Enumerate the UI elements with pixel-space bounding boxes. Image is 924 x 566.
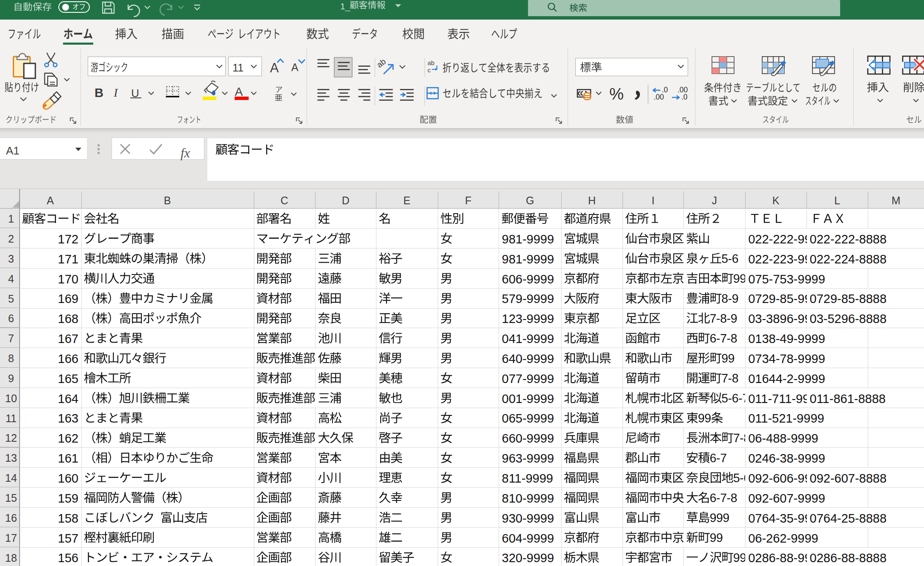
- svg-text:ab: ab: [375, 57, 388, 70]
- svg-text:.00: .00: [654, 93, 664, 101]
- svg-text:.0: .0: [681, 93, 688, 101]
- svg-text:c: c: [428, 66, 431, 74]
- svg-text:ab: ab: [428, 59, 435, 66]
